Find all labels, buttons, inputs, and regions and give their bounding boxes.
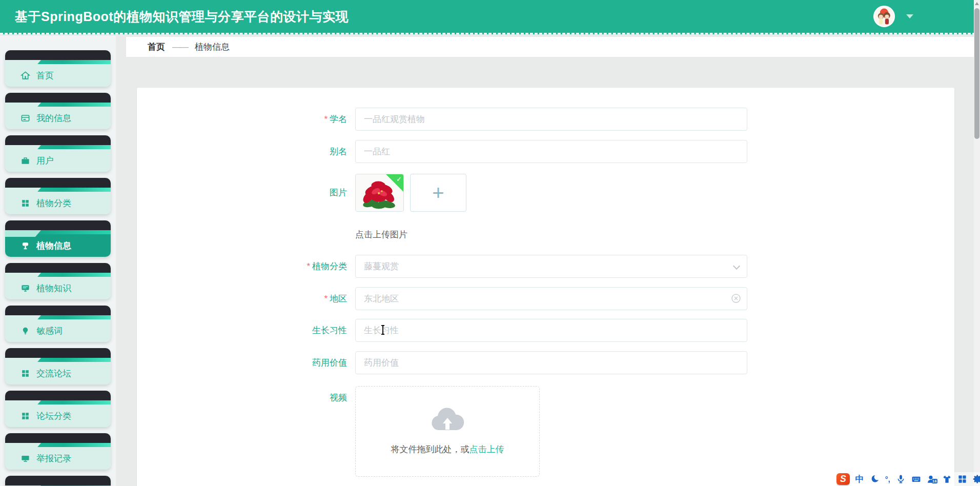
bieming-input[interactable] <box>355 140 747 163</box>
page-title: 基于SpringBoot的植物知识管理与分享平台的设计与实现 <box>0 8 349 25</box>
sidebar-item-label: 交流论坛 <box>36 368 71 379</box>
monitor-chat-icon <box>21 284 30 293</box>
home-icon <box>21 71 30 80</box>
nav-card-band <box>5 433 111 443</box>
user-count-icon[interactable]: 16 <box>927 474 936 484</box>
user-count-badge: 16 <box>932 479 937 483</box>
field-label-shipin: 视频 <box>255 386 347 409</box>
avatar[interactable] <box>873 6 895 27</box>
sidebar-item-label: 论坛分类 <box>36 410 71 422</box>
vertical-scrollbar[interactable] <box>974 0 980 486</box>
sidebar-item-partial[interactable] <box>5 476 111 486</box>
nav-card-strip <box>5 145 111 149</box>
grid-icon <box>21 198 30 208</box>
moon-icon[interactable] <box>870 474 880 484</box>
breadcrumb: 首页 —— 植物信息 <box>126 37 975 57</box>
required-mark: * <box>324 294 328 303</box>
nav-card-band <box>5 306 111 315</box>
sidebar-item-label: 植物知识 <box>36 282 71 294</box>
nav-card-band <box>5 50 111 60</box>
punctuation-icon[interactable]: °, <box>885 475 890 483</box>
sidebar-item-label: 首页 <box>36 70 54 82</box>
clear-input-icon[interactable] <box>731 293 741 303</box>
xueming-input[interactable] <box>355 108 747 131</box>
nav-card-strip <box>5 230 111 234</box>
chevron-down-icon[interactable] <box>906 14 913 18</box>
nav-card-band <box>5 476 111 485</box>
uploaded-image-thumbnail[interactable]: ✓ <box>355 174 404 212</box>
sidebar-item-举报记录[interactable]: 举报记录 <box>5 433 111 470</box>
skin-icon[interactable] <box>942 474 952 484</box>
nav-card-strip <box>5 188 111 192</box>
grid-icon <box>21 411 30 421</box>
field-label-xueming: *学名 <box>255 108 347 131</box>
id-card-icon <box>21 113 30 123</box>
nav-card-strip <box>5 443 111 447</box>
nav-card-band <box>5 178 111 188</box>
breadcrumb-separator: —— <box>172 42 188 52</box>
nav-card-strip <box>5 273 111 277</box>
add-image-button[interactable]: + <box>410 174 466 212</box>
sidebar-item-敏感词[interactable]: 敏感词 <box>5 306 111 342</box>
sidebar: 首页我的信息用户植物分类植物信息植物知识敏感词交流论坛论坛分类举报记录 <box>0 36 116 486</box>
scroll-up-arrow[interactable] <box>975 2 979 5</box>
monitor-icon <box>21 454 30 463</box>
nav-card-band <box>5 348 111 358</box>
sidebar-item-label: 我的信息 <box>36 112 71 124</box>
nav-card-strip <box>5 60 111 64</box>
fenlei-select[interactable]: 藤蔓观赏 <box>355 255 747 278</box>
required-mark: * <box>324 114 328 124</box>
sidebar-item-交流论坛[interactable]: 交流论坛 <box>5 348 111 384</box>
nav-card-band <box>5 263 111 273</box>
settings-gear-icon[interactable] <box>973 474 980 484</box>
chinese-mode[interactable]: 中 <box>855 473 864 485</box>
keyboard-icon[interactable] <box>911 474 921 484</box>
nav-card-band <box>5 135 111 145</box>
sidebar-item-label: 用户 <box>36 155 54 167</box>
bulb-icon <box>21 326 30 336</box>
sidebar-item-label: 举报记录 <box>36 453 71 464</box>
field-label-tupian: 图片 <box>255 174 347 212</box>
sidebar-item-我的信息[interactable]: 我的信息 <box>5 93 111 129</box>
upload-link[interactable]: 点击上传 <box>469 444 504 454</box>
check-icon: ✓ <box>396 175 402 183</box>
sidebar-item-首页[interactable]: 首页 <box>5 50 111 87</box>
sidebar-item-论坛分类[interactable]: 论坛分类 <box>5 391 111 427</box>
sidebar-item-label: 敏感词 <box>36 325 63 337</box>
shengzhang-input[interactable] <box>355 319 747 342</box>
required-mark: * <box>307 261 310 271</box>
more-grid-icon[interactable] <box>957 474 967 484</box>
nav-card-band <box>5 220 111 230</box>
sogou-logo[interactable]: S <box>836 473 850 485</box>
upload-image-tip: 点击上传图片 <box>355 230 407 239</box>
field-label-diqu: *地区 <box>255 287 347 310</box>
mic-icon[interactable] <box>896 474 906 484</box>
sidebar-item-label: 植物信息 <box>36 240 71 252</box>
nav-card-band <box>5 391 111 400</box>
upload-cloud-icon <box>430 408 465 434</box>
form-card: *学名 别名 图片 <box>137 88 954 486</box>
nav-card-strip <box>5 400 111 404</box>
scrollbar-thumb[interactable] <box>974 8 979 139</box>
ime-toolbar: S中°,16 <box>832 472 980 486</box>
field-label-bieming: 别名 <box>255 140 347 163</box>
sidebar-item-植物分类[interactable]: 植物分类 <box>5 178 111 214</box>
app-header: 基于SpringBoot的植物知识管理与分享平台的设计与实现 <box>0 0 980 34</box>
breadcrumb-home[interactable]: 首页 <box>148 41 165 53</box>
yaoyong-input[interactable] <box>355 351 747 374</box>
field-label-yaoyong: 药用价值 <box>255 351 347 374</box>
sidebar-item-植物知识[interactable]: 植物知识 <box>5 263 111 299</box>
sidebar-item-label: 植物分类 <box>36 197 71 209</box>
field-label-shengzhang: 生长习性 <box>255 319 347 342</box>
video-dropzone[interactable]: 将文件拖到此处，或点击上传 <box>355 386 540 477</box>
briefcase-icon <box>21 156 30 166</box>
diqu-input[interactable] <box>355 287 747 310</box>
sidebar-item-用户[interactable]: 用户 <box>5 135 111 172</box>
sidebar-item-植物信息[interactable]: 植物信息 <box>5 220 111 257</box>
nav-card-strip <box>5 358 111 362</box>
main-content: 首页 —— 植物信息 *学名 别名 图片 <box>116 36 980 486</box>
nav-card-band <box>5 93 111 103</box>
nav-card-strip <box>5 103 111 107</box>
field-label-fenlei: *植物分类 <box>255 255 347 278</box>
breadcrumb-current: 植物信息 <box>195 41 230 53</box>
